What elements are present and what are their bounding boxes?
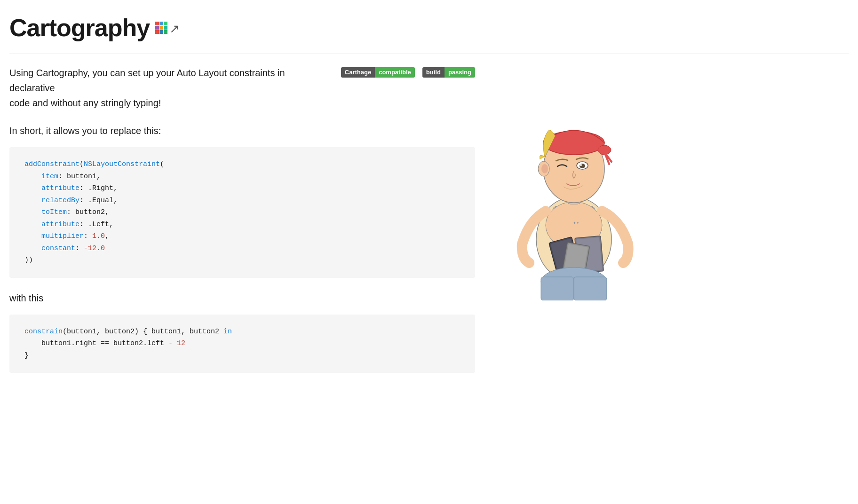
description-text: Using Cartography, you can set up your A… (9, 65, 322, 110)
content-area: Using Cartography, you can set up your A… (9, 65, 849, 386)
replace-intro-text: In short, it allows you to replace this: (9, 124, 475, 138)
code-line: addConstraint(NSLayoutConstraint( (24, 158, 460, 171)
code-line: relatedBy: .Equal, (24, 195, 460, 207)
description-block: Using Cartography, you can set up your A… (9, 65, 475, 110)
svg-point-9 (541, 164, 548, 173)
code-line: constrain(button1, button2) { button1, b… (24, 326, 460, 338)
character-illustration: ✦✦ (503, 75, 644, 300)
code-line: toItem: button2, (24, 206, 460, 219)
build-badge-value: passing (445, 67, 475, 78)
cursor-icon: ↖ (169, 20, 180, 38)
carthage-badge-value: compatible (375, 67, 415, 78)
code-block-2: constrain(button1, button2) { button1, b… (9, 315, 475, 373)
page-title: Cartography (9, 9, 150, 46)
svg-rect-21 (541, 277, 574, 300)
code-line: item: button1, (24, 171, 460, 183)
code-line: constant: -12.0 (24, 243, 460, 255)
grid-icon (155, 22, 167, 34)
sidebar-content: ✦✦ (494, 65, 654, 386)
code-line: button1.right == button2.left - 12 (24, 338, 460, 350)
badges-container: Carthage compatible build passing (341, 65, 475, 78)
code-line: } (24, 350, 460, 362)
code-line: attribute: .Right, (24, 182, 460, 195)
carthage-badge: Carthage compatible (341, 67, 415, 78)
code-block-1: addConstraint(NSLayoutConstraint( item: … (9, 147, 475, 278)
title-icons: ↖ (155, 20, 180, 38)
with-this-label: with this (9, 291, 475, 305)
main-content: Using Cartography, you can set up your A… (9, 65, 475, 386)
build-badge: build passing (422, 67, 475, 78)
svg-rect-22 (574, 277, 607, 300)
svg-point-12 (580, 164, 582, 166)
page-header: Cartography ↖ (9, 9, 849, 54)
build-badge-label: build (422, 67, 445, 78)
code-line: attribute: .Left, (24, 219, 460, 231)
illustration-area: ✦✦ (494, 65, 654, 300)
code-line: )) (24, 254, 460, 267)
carthage-badge-label: Carthage (341, 67, 375, 78)
svg-text:✦✦: ✦✦ (573, 221, 580, 225)
code-line: multiplier: 1.0, (24, 230, 460, 243)
